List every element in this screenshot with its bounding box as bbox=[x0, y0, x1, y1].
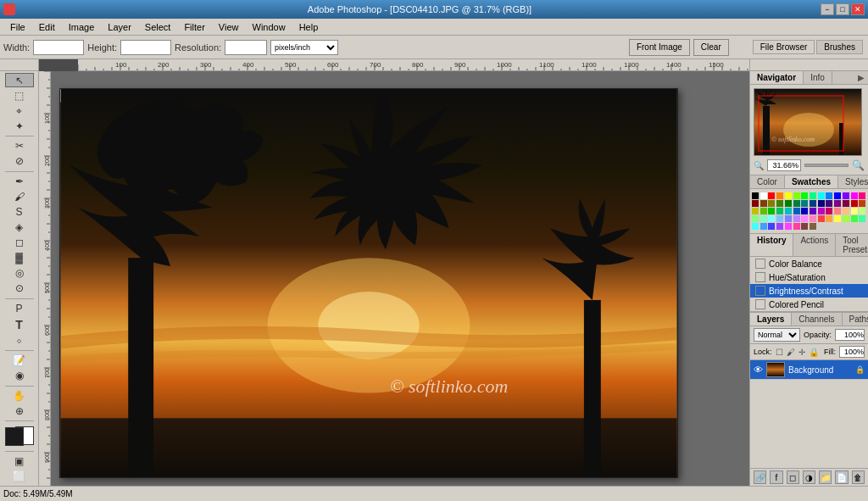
swatch-33[interactable] bbox=[793, 208, 800, 214]
layers-mode-select[interactable]: Normal Multiply Screen bbox=[754, 328, 800, 342]
fill-input[interactable] bbox=[839, 346, 865, 358]
swatch-2[interactable] bbox=[768, 192, 775, 199]
swatch-38[interactable] bbox=[834, 208, 841, 214]
swatch-55[interactable] bbox=[859, 215, 865, 222]
swatch-49[interactable] bbox=[810, 215, 816, 222]
layer-item-0[interactable]: 👁 Background 🔒 bbox=[750, 360, 868, 380]
tab-swatches[interactable]: Swatches bbox=[785, 175, 838, 188]
lock-all-icon[interactable]: 🔒 bbox=[809, 348, 819, 357]
tab-file-browser[interactable]: File Browser bbox=[753, 40, 815, 54]
lasso-tool-button[interactable]: ⌖ bbox=[5, 103, 34, 118]
swatch-26[interactable] bbox=[851, 200, 858, 207]
swatch-58[interactable] bbox=[768, 223, 775, 230]
swatch-34[interactable] bbox=[801, 208, 808, 214]
swatch-0[interactable] bbox=[752, 192, 759, 199]
add-style-button[interactable]: f bbox=[770, 470, 782, 484]
swatch-36[interactable] bbox=[818, 208, 825, 214]
swatch-10[interactable] bbox=[834, 192, 841, 199]
swatch-41[interactable] bbox=[859, 208, 865, 214]
swatch-20[interactable] bbox=[801, 200, 808, 207]
swatch-15[interactable] bbox=[760, 200, 767, 207]
hand-tool-button[interactable]: ✋ bbox=[5, 388, 34, 403]
swatch-28[interactable] bbox=[752, 208, 759, 214]
new-adjustment-button[interactable]: ◑ bbox=[803, 470, 815, 484]
swatch-7[interactable] bbox=[810, 192, 816, 199]
swatch-3[interactable] bbox=[776, 192, 783, 199]
image-canvas[interactable]: × □ bbox=[59, 88, 678, 478]
swatch-46[interactable] bbox=[785, 215, 792, 222]
link-layers-button[interactable]: 🔗 bbox=[754, 470, 766, 484]
swatch-31[interactable] bbox=[776, 208, 783, 214]
swatch-45[interactable] bbox=[776, 215, 783, 222]
crop-tool-button[interactable]: ✂ bbox=[5, 139, 34, 153]
tab-paths[interactable]: Paths bbox=[843, 313, 868, 326]
swatch-62[interactable] bbox=[801, 223, 808, 230]
lock-pixels-icon[interactable]: 🖌 bbox=[787, 348, 795, 357]
history-item-1[interactable]: Hue/Saturation bbox=[750, 270, 868, 284]
swatch-56[interactable] bbox=[752, 223, 759, 230]
tab-channels[interactable]: Channels bbox=[792, 313, 842, 326]
menu-item-image[interactable]: Image bbox=[62, 20, 102, 34]
tab-actions[interactable]: Actions bbox=[793, 234, 836, 256]
swatch-61[interactable] bbox=[793, 223, 800, 230]
swatch-37[interactable] bbox=[826, 208, 832, 214]
tab-navigator[interactable]: Navigator bbox=[750, 71, 804, 84]
tab-info[interactable]: Info bbox=[804, 71, 832, 84]
swatch-51[interactable] bbox=[826, 215, 832, 222]
swatch-52[interactable] bbox=[834, 215, 841, 222]
maximize-button[interactable]: □ bbox=[836, 3, 849, 15]
swatch-48[interactable] bbox=[801, 215, 808, 222]
swatch-44[interactable] bbox=[768, 215, 775, 222]
pen-tool-button[interactable]: P bbox=[5, 302, 34, 316]
swatch-5[interactable] bbox=[793, 192, 800, 199]
menu-item-help[interactable]: Help bbox=[292, 20, 326, 34]
dodge-tool-button[interactable]: ⊙ bbox=[5, 281, 34, 296]
history-item-2[interactable]: Brightness/Contrast bbox=[750, 284, 868, 298]
minimize-button[interactable]: − bbox=[821, 3, 834, 15]
swatch-47[interactable] bbox=[793, 215, 800, 222]
tab-history[interactable]: History bbox=[750, 234, 793, 256]
screen-mode-button[interactable]: ⬜ bbox=[5, 470, 34, 484]
swatch-6[interactable] bbox=[801, 192, 808, 199]
swatch-42[interactable] bbox=[752, 215, 759, 222]
swatch-25[interactable] bbox=[843, 200, 849, 207]
swatch-54[interactable] bbox=[851, 215, 858, 222]
move-tool-button[interactable]: ↖ bbox=[5, 73, 34, 87]
blur-tool-button[interactable]: ◎ bbox=[5, 266, 34, 281]
swatch-24[interactable] bbox=[834, 200, 841, 207]
swatch-19[interactable] bbox=[793, 200, 800, 207]
swatch-32[interactable] bbox=[785, 208, 792, 214]
history-item-0[interactable]: Color Balance bbox=[750, 257, 868, 270]
swatch-1[interactable] bbox=[760, 192, 767, 199]
zoom-tool-button[interactable]: ⊕ bbox=[5, 404, 34, 418]
tab-layers[interactable]: Layers bbox=[750, 313, 792, 326]
notes-tool-button[interactable]: 📝 bbox=[5, 353, 34, 368]
zoom-in-icon[interactable]: 🔍 bbox=[852, 159, 865, 171]
swatch-21[interactable] bbox=[810, 200, 816, 207]
swatch-40[interactable] bbox=[851, 208, 858, 214]
menu-item-window[interactable]: Window bbox=[246, 20, 292, 34]
swatch-18[interactable] bbox=[785, 200, 792, 207]
swatch-57[interactable] bbox=[760, 223, 767, 230]
resolution-unit-select[interactable]: pixels/inch pixels/cm bbox=[270, 40, 338, 55]
height-input[interactable] bbox=[120, 40, 171, 55]
swatch-13[interactable] bbox=[859, 192, 865, 199]
eraser-tool-button[interactable]: ◻ bbox=[5, 236, 34, 250]
lock-position-icon[interactable]: ✛ bbox=[798, 348, 805, 357]
swatch-59[interactable] bbox=[776, 223, 783, 230]
swatch-35[interactable] bbox=[810, 208, 816, 214]
tab-tool-presets[interactable]: Tool Presets bbox=[836, 234, 868, 256]
menu-item-edit[interactable]: Edit bbox=[32, 20, 62, 34]
zoom-input[interactable] bbox=[767, 159, 801, 171]
swatch-27[interactable] bbox=[859, 200, 865, 207]
navigator-options-button[interactable]: ▶ bbox=[854, 71, 868, 84]
eyedropper-tool-button[interactable]: ◉ bbox=[5, 369, 34, 383]
marquee-tool-button[interactable]: ⬚ bbox=[5, 88, 34, 103]
opacity-input[interactable] bbox=[835, 329, 865, 341]
type-tool-button[interactable]: T bbox=[5, 317, 34, 332]
swatch-29[interactable] bbox=[760, 208, 767, 214]
shape-tool-button[interactable]: ⬦ bbox=[5, 333, 34, 348]
swatch-17[interactable] bbox=[776, 200, 783, 207]
swatch-53[interactable] bbox=[843, 215, 849, 222]
swatch-8[interactable] bbox=[818, 192, 825, 199]
